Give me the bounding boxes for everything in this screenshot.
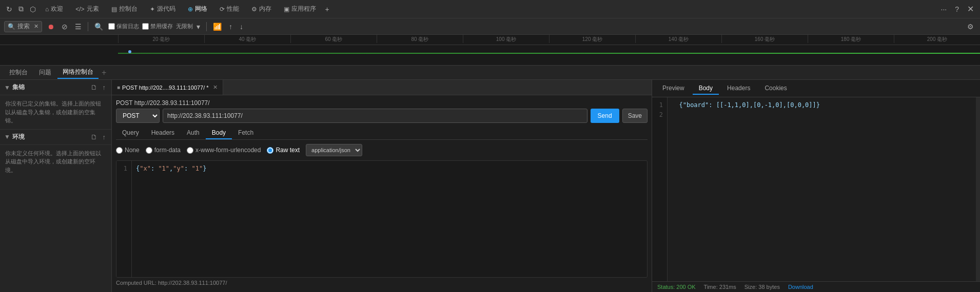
record-button[interactable]: ⏺ bbox=[45, 22, 56, 32]
sources-icon: ✦ bbox=[150, 6, 155, 13]
tab-network[interactable]: ⊕ 网络 bbox=[183, 3, 212, 15]
import-env-button[interactable]: ↑ bbox=[101, 133, 108, 141]
new-env-button[interactable]: 🗋 bbox=[89, 133, 99, 141]
env-header: ▼ 环境 🗋 ↑ bbox=[0, 130, 111, 145]
request-title: POST http://202.38.93.111:10077/ bbox=[116, 99, 648, 107]
response-tab-preview[interactable]: Preview bbox=[656, 82, 691, 95]
sub-tab-body[interactable]: Body bbox=[206, 127, 232, 139]
request-tab-icon: ■ bbox=[117, 85, 120, 90]
upload-har-button[interactable]: ↑ bbox=[227, 22, 234, 32]
ruler-mark-140: 140 毫秒 bbox=[635, 35, 721, 43]
window-detach-icon[interactable]: ⧉ bbox=[16, 4, 26, 14]
filter-button[interactable]: ☰ bbox=[73, 22, 84, 32]
new-snippet-button[interactable]: 🗋 bbox=[89, 83, 99, 92]
add-panel-tab-button[interactable]: + bbox=[102, 68, 106, 77]
line-numbers: 1 bbox=[116, 161, 132, 277]
tab-elements[interactable]: </> 元素 bbox=[70, 3, 104, 15]
panels-wrapper: 控制台 问题 网络控制台 + ▼ 集锦 🗋 bbox=[0, 66, 980, 292]
sub-tab-auth[interactable]: Auth bbox=[181, 127, 206, 139]
send-button[interactable]: Send bbox=[591, 109, 619, 123]
welcome-icon: ⌂ bbox=[45, 6, 49, 13]
sub-tab-query[interactable]: Query bbox=[116, 127, 145, 139]
app-window: ↻ ⧉ ⬡ ⌂ 欢迎 </> 元素 ▤ 控制台 ✦ 源代码 ⊕ 网络 ⟳ 性能 … bbox=[0, 0, 980, 292]
tab-memory[interactable]: ⚙ 内存 bbox=[246, 3, 277, 15]
tab-welcome[interactable]: ⌂ 欢迎 bbox=[40, 3, 68, 15]
response-tab-body[interactable]: Body bbox=[693, 82, 719, 95]
window-refresh-icon[interactable]: ↻ bbox=[4, 4, 14, 14]
disable-cache-label[interactable]: 禁用缓存 bbox=[142, 23, 173, 30]
close-request-tab-button[interactable]: ✕ bbox=[213, 84, 218, 91]
search-net-button[interactable]: 🔍 bbox=[92, 22, 105, 32]
radio-none[interactable] bbox=[116, 147, 123, 154]
request-body-content[interactable]: {"x": "1","y": "1"} bbox=[132, 161, 647, 277]
tab-sources[interactable]: ✦ 源代码 bbox=[145, 3, 181, 15]
panel-tab-issues[interactable]: 问题 bbox=[34, 67, 56, 78]
radio-urlencoded[interactable] bbox=[187, 147, 193, 154]
response-tab-cookies[interactable]: Cookies bbox=[758, 82, 793, 95]
download-har-button[interactable]: ↓ bbox=[238, 22, 245, 32]
tab-application[interactable]: ▣ 应用程序 bbox=[279, 3, 321, 15]
disable-cache-checkbox[interactable] bbox=[142, 23, 149, 30]
close-search-button[interactable]: ✕ bbox=[34, 23, 38, 30]
response-content: 12 {"board": [[-1,1,0],[0,-1,0],[0,0,0]]… bbox=[652, 97, 980, 281]
sub-tab-fetch[interactable]: Fetch bbox=[232, 127, 260, 139]
size-text: Size: 38 bytes bbox=[744, 284, 780, 290]
request-tab-active[interactable]: ■ POST http://202....93.111:10077/ * ✕ bbox=[112, 80, 223, 95]
radio-raw-text[interactable] bbox=[267, 147, 273, 154]
window-dock-icon[interactable]: ⬡ bbox=[28, 4, 38, 14]
radio-form-data[interactable] bbox=[146, 147, 152, 154]
sub-tab-headers[interactable]: Headers bbox=[145, 127, 181, 139]
method-select[interactable]: POST GET PUT DELETE bbox=[116, 109, 160, 123]
body-option-urlencoded[interactable]: x-www-form-urlencoded bbox=[187, 147, 261, 154]
main-request-editor: ■ POST http://202....93.111:10077/ * ✕ P… bbox=[112, 80, 652, 292]
import-snippet-button[interactable]: ↑ bbox=[101, 83, 108, 92]
request-editor-body: POST http://202.38.93.111:10077/ POST GE… bbox=[112, 95, 652, 292]
response-panel: Preview Body Headers Cookies 12 {"boa bbox=[652, 80, 980, 292]
panel-content: ▼ 集锦 🗋 ↑ 你没有已定义的集锦。选择上面的按钮以从磁盘导入集锦，或创建新的… bbox=[0, 80, 980, 292]
panel-tab-network-console[interactable]: 网络控制台 bbox=[57, 66, 99, 79]
time-text: Time: 231ms bbox=[704, 284, 736, 290]
env-actions: 🗋 ↑ bbox=[89, 133, 108, 141]
throttle-dropdown[interactable]: ▾ bbox=[194, 22, 202, 32]
snippets-title: ▼ 集锦 bbox=[4, 83, 25, 92]
body-option-none[interactable]: None bbox=[116, 147, 140, 154]
response-scrollbar[interactable] bbox=[976, 97, 980, 281]
clear-button[interactable]: ⊘ bbox=[60, 22, 70, 32]
throttle-area: 无限制 ▾ bbox=[176, 22, 202, 32]
help-button[interactable]: ? bbox=[953, 4, 961, 14]
body-option-raw-text[interactable]: Raw text bbox=[267, 147, 300, 154]
tab-more-area: ··· ? ✕ bbox=[939, 3, 976, 15]
timeline-track bbox=[118, 45, 980, 66]
env-label: 环境 bbox=[12, 133, 25, 141]
net-right-area: ⚙ bbox=[965, 22, 976, 32]
wifi-icon[interactable]: 📶 bbox=[211, 22, 224, 32]
snippets-chevron: ▼ bbox=[4, 84, 10, 91]
preserve-log-label[interactable]: 保留日志 bbox=[108, 23, 139, 30]
tab-console[interactable]: ▤ 控制台 bbox=[106, 3, 143, 15]
preserve-log-checkbox[interactable] bbox=[108, 23, 115, 30]
settings-button[interactable]: ⚙ bbox=[965, 22, 976, 32]
env-empty-text: 你未定义任何环境。选择上面的按钮以从磁盘中导入环境，或创建新的空环境。 bbox=[0, 145, 111, 179]
more-options-button[interactable]: ··· bbox=[939, 4, 949, 14]
tab-performance[interactable]: ⟳ 性能 bbox=[214, 3, 244, 15]
search-label: 搜索 bbox=[17, 22, 30, 31]
memory-icon: ⚙ bbox=[251, 6, 257, 13]
ruler-mark-20: 20 毫秒 bbox=[118, 35, 204, 43]
sidebar: ▼ 集锦 🗋 ↑ 你没有已定义的集锦。选择上面的按钮以从磁盘导入集锦，或创建新的… bbox=[0, 80, 112, 292]
ruler-mark-40: 40 毫秒 bbox=[204, 35, 290, 43]
url-input[interactable] bbox=[163, 109, 587, 123]
download-link[interactable]: Download bbox=[788, 284, 813, 290]
response-line-numbers: 12 bbox=[652, 97, 668, 281]
timeline-green-line bbox=[118, 53, 980, 54]
save-button[interactable]: Save bbox=[622, 109, 648, 123]
panel-tab-console[interactable]: 控制台 bbox=[4, 67, 33, 78]
close-devtools-button[interactable]: ✕ bbox=[965, 3, 976, 15]
content-type-select[interactable]: application/json text/plain application/… bbox=[306, 144, 362, 156]
response-tab-headers[interactable]: Headers bbox=[721, 82, 756, 95]
ruler-mark-100: 100 毫秒 bbox=[463, 35, 549, 43]
env-title[interactable]: ▼ 环境 bbox=[4, 133, 25, 141]
separator-2 bbox=[206, 22, 207, 31]
add-tab-button[interactable]: + bbox=[323, 4, 331, 14]
body-option-form-data[interactable]: form-data bbox=[146, 147, 181, 154]
request-body-editor[interactable]: 1 {"x": "1","y": "1"} bbox=[116, 160, 648, 278]
